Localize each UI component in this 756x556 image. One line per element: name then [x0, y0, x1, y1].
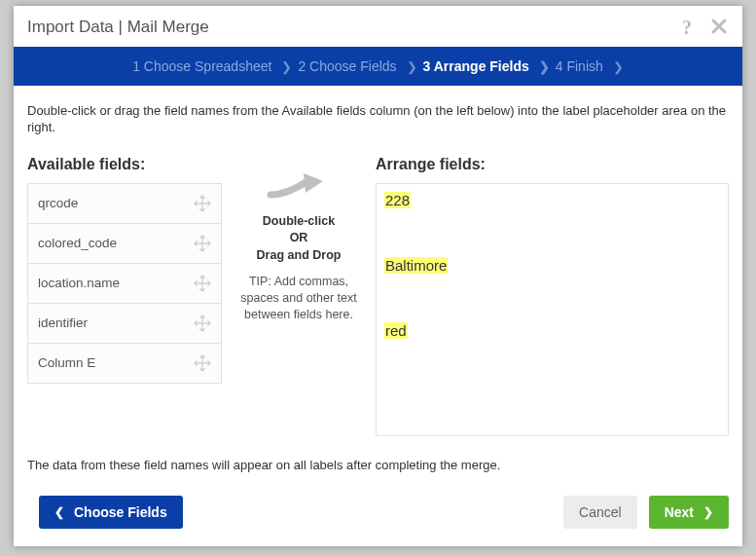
field-item-colored-code[interactable]: colored_code — [28, 224, 221, 264]
hint-line: Double-click — [235, 213, 362, 231]
chevron-right-icon: ❯ — [703, 505, 713, 519]
arrange-fields-title: Arrange fields: — [376, 156, 729, 173]
merge-field[interactable]: Baltimore — [384, 257, 448, 274]
step-label: 1 Choose Spreadsheet — [132, 58, 271, 74]
step-label: 4 Finish — [556, 58, 603, 74]
field-label: colored_code — [38, 236, 117, 250]
chevron-right-icon: ❯ — [613, 59, 624, 74]
cancel-button[interactable]: Cancel — [563, 496, 637, 529]
hint-line: Drag and Drop — [235, 247, 362, 265]
field-item-column-e[interactable]: Column E — [28, 344, 221, 383]
button-label: Choose Fields — [74, 504, 167, 520]
help-icon[interactable]: ? — [682, 18, 692, 37]
step-label: 2 Choose Fields — [298, 58, 396, 74]
close-icon[interactable] — [711, 18, 727, 37]
available-fields-title: Available fields: — [27, 156, 222, 173]
import-data-modal: Import Data | Mail Merge ? 1 Choose Spre… — [14, 6, 742, 546]
hint-line: OR — [235, 230, 362, 247]
step-1-choose-spreadsheet[interactable]: 1 Choose Spreadsheet ❯ — [132, 58, 292, 74]
step-3-arrange-fields[interactable]: 3 Arrange Fields ❯ — [423, 58, 550, 74]
chevron-right-icon: ❯ — [281, 59, 292, 74]
field-label: Column E — [38, 355, 95, 370]
arrange-fields-editor[interactable]: 228 Baltimore red — [376, 183, 729, 436]
middle-tip: TIP: Add commas, spaces and other text b… — [235, 274, 362, 323]
field-label: identifier — [38, 315, 88, 330]
available-fields-list: qrcode colored_code locati — [27, 183, 222, 384]
merge-field[interactable]: 228 — [384, 192, 411, 208]
next-button[interactable]: Next ❯ — [649, 496, 729, 529]
field-label: qrcode — [38, 196, 78, 210]
field-label: location.name — [38, 276, 120, 290]
field-item-identifier[interactable]: identifier — [28, 304, 221, 344]
chevron-right-icon: ❯ — [539, 59, 550, 74]
arrow-right-icon — [235, 169, 362, 205]
arrange-fields-column: Arrange fields: 228 Baltimore red — [376, 156, 729, 436]
available-fields-column: Available fields: qrcode colored_code — [27, 156, 222, 384]
step-4-finish[interactable]: 4 Finish ❯ — [556, 58, 624, 74]
modal-header-actions: ? — [682, 18, 727, 37]
wizard-steps: 1 Choose Spreadsheet ❯ 2 Choose Fields ❯… — [14, 47, 742, 86]
move-icon — [194, 195, 211, 212]
back-button[interactable]: ❮ Choose Fields — [39, 496, 183, 529]
footer-note: The data from these field names will app… — [27, 458, 729, 472]
middle-hint-column: Double-click OR Drag and Drop TIP: Add c… — [235, 156, 362, 323]
merge-field[interactable]: red — [384, 322, 408, 339]
modal-title: Import Data | Mail Merge — [27, 18, 209, 37]
chevron-right-icon: ❯ — [407, 59, 417, 74]
instructions-text: Double-click or drag the field names fro… — [27, 103, 729, 136]
field-item-location-name[interactable]: location.name — [28, 264, 221, 304]
move-icon — [194, 315, 211, 332]
modal-footer: ❮ Choose Fields Cancel Next ❯ — [14, 480, 742, 546]
step-label: 3 Arrange Fields — [423, 58, 529, 74]
move-icon — [194, 275, 211, 292]
field-item-qrcode[interactable]: qrcode — [28, 184, 221, 224]
middle-hint-strong: Double-click OR Drag and Drop — [235, 213, 362, 265]
button-label: Next — [665, 504, 694, 520]
modal-header: Import Data | Mail Merge ? — [14, 6, 742, 47]
button-label: Cancel — [579, 504, 622, 520]
step-2-choose-fields[interactable]: 2 Choose Fields ❯ — [298, 58, 416, 74]
move-icon — [194, 235, 211, 252]
modal-body: Double-click or drag the field names fro… — [14, 86, 742, 480]
chevron-left-icon: ❮ — [54, 505, 64, 519]
move-icon — [194, 354, 211, 372]
